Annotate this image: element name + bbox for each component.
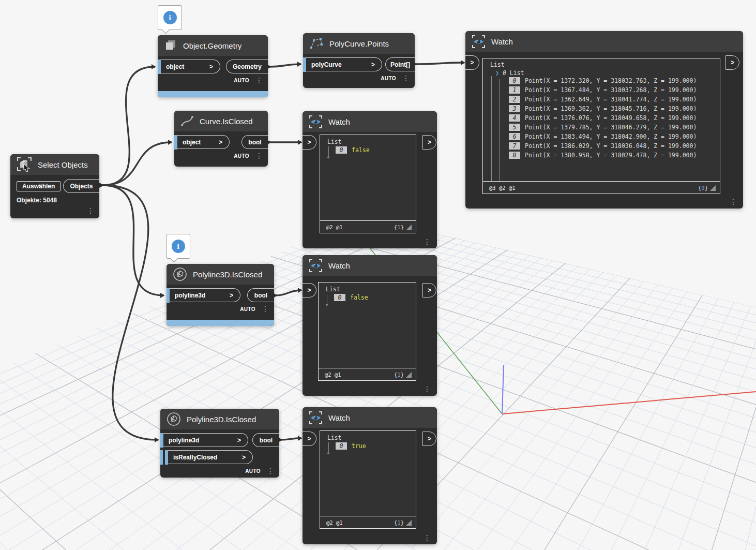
list-root-label: List [326,286,340,293]
node-polyline3d-isclosed-1[interactable]: Polyline3D.IsClosed polyline3d > bool AU… [167,264,274,326]
input-port-object[interactable]: object > [158,60,220,73]
port-default-strip [165,450,168,465]
node-header[interactable]: Polyline3D.IsClosed [167,264,274,285]
node-header[interactable]: Polyline3D.IsClosed [160,409,279,429]
resize-handle-icon[interactable] [710,185,716,191]
node-header[interactable]: Watch [303,111,437,132]
resize-handle-icon[interactable] [406,520,412,526]
node-title: Select Objects [38,160,88,169]
wire[interactable] [103,185,163,295]
input-port-polyline3d[interactable]: polyline3d > [160,433,248,447]
levels-label[interactable]: @2 @1 [326,224,343,230]
node-header[interactable]: Watch [465,31,743,52]
input-port[interactable]: > [465,55,479,70]
menu-icon[interactable]: ⋮ [424,238,431,245]
lacing-label[interactable]: AUTO [234,78,249,83]
wire[interactable] [275,290,301,295]
input-port-polyline3d[interactable]: polyline3d > [167,288,240,302]
watch-list: List 0false [319,283,416,368]
lacing-label[interactable]: AUTO [381,76,396,81]
resize-handle-icon[interactable] [406,372,412,378]
input-port[interactable]: > [303,283,316,298]
node-watch-points[interactable]: Watch > > List ❯ 0 List 0Point(X = 1372.… [465,31,743,209]
lacing-label[interactable]: AUTO [234,153,249,159]
node-polycurve-points[interactable]: PolyCurve.Points polyCurve > Point[] AUT… [303,33,415,88]
watch-content: List 0false @2 @1 {1} [320,135,416,233]
output-port-bool[interactable]: bool [247,288,274,302]
input-port-object[interactable]: object > [174,135,230,149]
node-watch-true[interactable]: Watch > > List 0true @2 @1 {1} ⋮ [303,407,437,544]
output-port-bool[interactable]: bool [241,135,268,149]
wire[interactable] [416,63,464,64]
resize-handle-icon[interactable] [406,225,412,230]
node-header[interactable]: PolyCurve.Points [303,33,415,54]
chevron-right-icon: > [237,437,241,444]
menu-icon[interactable]: ⋮ [402,75,410,82]
info-icon[interactable]: i [163,11,177,24]
list-guide-line [328,146,329,156]
list-child-header[interactable]: ❯ 0 List [495,69,524,77]
menu-icon[interactable]: ⋮ [730,198,737,205]
info-bubble[interactable]: i [158,5,182,30]
levels-label[interactable]: @3 @2 @1 [489,185,516,191]
output-port[interactable]: > [422,432,436,446]
node-header[interactable]: Watch [303,255,437,276]
output-port-bool[interactable]: bool [252,433,279,447]
chevron-right-icon: > [307,139,311,146]
list-item: 5Point(X = 1379.785, Y = 318046.279, Z =… [509,124,697,131]
output-port[interactable]: > [422,283,436,298]
output-port-objects[interactable]: Objects [63,179,99,193]
info-bubble[interactable]: i [166,234,190,259]
list-item: 0false [336,146,370,154]
wire[interactable] [103,67,155,185]
lacing-label[interactable]: AUTO [240,306,255,312]
watch-list: List 0true [320,431,416,516]
node-title: PolyCurve.Points [329,39,389,48]
preview-bar[interactable] [158,91,268,97]
menu-icon[interactable]: ⋮ [255,77,263,84]
expand-icon[interactable]: ❯ [495,69,499,77]
node-watch-false-1[interactable]: Watch > > List 0false @2 @1 {1} ⋮ [303,111,437,248]
output-port-points[interactable]: Point[] [385,57,415,71]
menu-icon[interactable]: ⋮ [267,467,274,474]
node-header[interactable]: Select Objects [10,154,99,175]
input-port-isreallyclosed[interactable]: isReallyClosed > [165,450,253,464]
preview-bar[interactable] [167,320,274,326]
output-port-label: Point[] [390,61,410,68]
wire[interactable] [103,185,158,440]
menu-icon[interactable]: ⋮ [255,152,263,159]
chevron-right-icon: > [428,139,431,146]
list-count: {1} [394,224,412,230]
output-port-geometry[interactable]: Geometry [226,60,268,73]
output-port[interactable]: > [725,55,739,70]
levels-label[interactable]: @2 @1 [326,519,343,526]
input-port[interactable]: > [303,135,316,150]
list-count: {1} [394,371,412,378]
node-select-objects[interactable]: Select Objects Auswählen Objects Objekte… [10,154,99,218]
menu-icon[interactable]: ⋮ [262,305,269,313]
list-item: 0true [336,442,366,450]
input-port-polycurve[interactable]: polyCurve > [303,57,382,71]
node-header[interactable]: Object.Geometry [158,35,268,56]
menu-icon[interactable]: ⋮ [424,385,431,393]
menu-icon[interactable]: ⋮ [424,534,431,541]
watch-content: List 0false @2 @1 {1} [318,282,416,381]
dynamo-workspace[interactable]: { "glyphs": { "chevron": ">", "menu": "⋮… [0,0,756,550]
info-icon[interactable]: i [172,240,185,253]
node-header[interactable]: Curve.IsClosed [174,111,268,131]
node-curve-isclosed[interactable]: Curve.IsClosed object > bool AUTO ⋮ [174,111,268,167]
node-polyline3d-isclosed-2[interactable]: Polyline3D.IsClosed polyline3d > bool is… [160,409,279,478]
lacing-label[interactable]: AUTO [245,468,261,474]
input-port[interactable]: > [303,432,316,446]
node-header[interactable]: Watch [303,407,437,428]
chevron-right-icon: > [209,63,213,70]
node-object-geometry[interactable]: Object.Geometry object > Geometry AUTO ⋮ [158,35,268,97]
watch-list: List ❯ 0 List 0Point(X = 1372.320, Y = 3… [483,58,720,181]
node-watch-false-2[interactable]: Watch > > List 0false @2 @1 {1} ⋮ [303,255,437,396]
output-port[interactable]: > [422,135,436,150]
wire[interactable] [269,64,300,67]
auswaehlen-button[interactable]: Auswählen [17,181,61,191]
menu-icon[interactable]: ⋮ [87,207,94,214]
wire[interactable] [103,142,171,185]
levels-label[interactable]: @2 @1 [325,371,341,378]
